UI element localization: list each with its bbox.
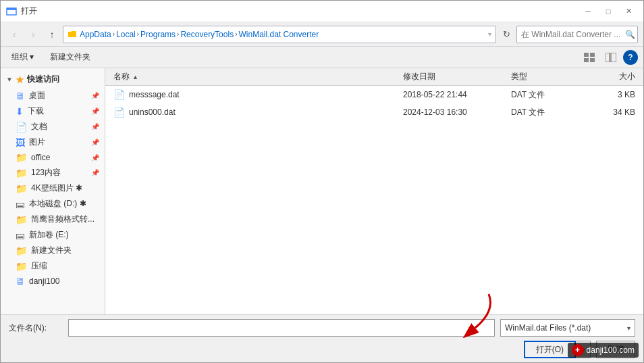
new-folder-button[interactable]: 新建文件夹 [45, 49, 96, 66]
sidebar-item-converter[interactable]: 📁 简鹰音频格式转... [1, 212, 105, 227]
minimize-button[interactable]: ─ [579, 5, 597, 18]
localdisk-icon: 🖴 [16, 199, 25, 210]
search-input[interactable] [521, 30, 622, 39]
breadcrumb-recoverytools[interactable]: RecoveryTools [180, 30, 234, 39]
sidebar-item-desktop[interactable]: 🖥 桌面 📌 [1, 88, 105, 103]
wallpapers-icon: 📁 [16, 183, 27, 194]
pin-icon-pictures: 📌 [91, 139, 99, 146]
svg-rect-3 [590, 53, 595, 57]
sidebar-item-pictures[interactable]: 🖼 图片 📌 [1, 135, 105, 150]
sidebar-item-localdisk[interactable]: 🖴 本地磁盘 (D:) ✱ [1, 196, 105, 212]
filetype-label: WinMail.dat Files (*.dat) [505, 323, 591, 333]
filetype-dropdown[interactable]: WinMail.dat Files (*.dat) ▾ [500, 319, 635, 337]
filetype-dropdown-arrow: ▾ [627, 324, 630, 332]
refresh-button[interactable]: ↻ [499, 27, 514, 42]
file-cell-name-2: 📄 unins000.dat [108, 107, 398, 118]
pin-icon-office: 📌 [91, 154, 99, 162]
action-toolbar: 组织 ▾ 新建文件夹 ? [1, 47, 643, 68]
newfolder-icon: 📁 [16, 245, 27, 256]
file-icon-1: 📄 [113, 89, 125, 100]
search-bar[interactable]: 🔍 [516, 26, 638, 43]
close-button[interactable]: ✕ [619, 5, 638, 18]
sidebar-item-zip[interactable]: 📁 压缩 [1, 258, 105, 274]
file-cell-type-2: DAT 文件 [506, 107, 587, 118]
organize-button[interactable]: 组织 ▾ [6, 49, 39, 66]
sidebar-label-newvol: 新加卷 (E:) [29, 229, 99, 241]
maximize-button[interactable]: □ [599, 5, 618, 18]
office-folder-icon: 📁 [16, 152, 27, 163]
nav-toolbar: ‹ › ↑ AppData › Local › Programs › Recov… [1, 22, 643, 47]
breadcrumb-programs[interactable]: Programs [140, 30, 176, 39]
sidebar-item-documents[interactable]: 📄 文档 📌 [1, 119, 105, 135]
file-list-body: 📄 messsage.dat 2018-05-22 21:44 DAT 文件 3… [105, 86, 643, 314]
help-button[interactable]: ? [623, 50, 638, 65]
danji100-icon: 🖥 [16, 276, 25, 287]
col-header-name[interactable]: 名称 ▲ [108, 68, 398, 85]
col-header-type[interactable]: 类型 [506, 68, 587, 85]
main-content: ▼ ★ 快速访问 🖥 桌面 📌 ⬇ 下载 📌 📄 文档 📌 [1, 68, 643, 314]
title-controls: ─ □ ✕ [579, 5, 638, 18]
sidebar-label-danji100: danji100 [29, 276, 99, 286]
file-area: 名称 ▲ 修改日期 类型 大小 📄 mes [105, 68, 643, 314]
back-button[interactable]: ‹ [6, 26, 22, 43]
sidebar-label-localdisk: 本地磁盘 (D:) ✱ [29, 198, 99, 210]
dialog-window: 打开 ─ □ ✕ ‹ › ↑ AppData › Local › Program… [0, 0, 644, 363]
svg-rect-6 [606, 53, 610, 62]
breadcrumb-winmail[interactable]: WinMail.dat Converter [238, 30, 319, 39]
col-size-label: 大小 [619, 71, 635, 82]
quick-access-label: 快速访问 [27, 74, 59, 85]
sidebar-label-123content: 123内容 [31, 167, 87, 178]
address-bar[interactable]: AppData › Local › Programs › RecoveryToo… [63, 26, 496, 43]
filename-input[interactable] [68, 319, 495, 337]
col-name-label: 名称 [113, 71, 130, 82]
converter-icon: 📁 [16, 214, 27, 225]
file-cell-date-1: 2018-05-22 21:44 [398, 90, 506, 99]
sidebar-item-newvol[interactable]: 🖴 新加卷 (E:) [1, 227, 105, 243]
documents-icon: 📄 [16, 122, 27, 132]
file-cell-name-1: 📄 messsage.dat [108, 89, 398, 100]
file-icon-2: 📄 [113, 107, 125, 118]
desktop-icon: 🖥 [16, 91, 25, 101]
view-list-icon [584, 53, 595, 62]
pin-icon-downloads: 📌 [91, 107, 99, 115]
title-bar: 打开 ─ □ ✕ [1, 1, 643, 22]
col-date-label: 修改日期 [403, 71, 435, 82]
search-icon[interactable]: 🔍 [625, 30, 635, 39]
file-cell-type-1: DAT 文件 [506, 89, 587, 101]
address-dropdown-arrow[interactable]: ▾ [488, 30, 491, 38]
file-cell-size-1: 3 KB [587, 90, 641, 99]
up-button[interactable]: ↑ [44, 26, 60, 43]
pin-icon-documents: 📌 [91, 123, 99, 130]
table-row[interactable]: 📄 messsage.dat 2018-05-22 21:44 DAT 文件 3… [105, 86, 643, 103]
watermark-icon: + [572, 344, 584, 356]
sidebar-item-newfolder[interactable]: 📁 新建文件夹 [1, 243, 105, 258]
pictures-icon: 🖼 [16, 137, 25, 148]
svg-rect-5 [590, 58, 595, 62]
zip-icon: 📁 [16, 261, 27, 272]
sidebar-item-123content[interactable]: 📁 123内容 📌 [1, 165, 105, 180]
col-header-size[interactable]: 大小 [587, 68, 641, 85]
sidebar-item-downloads[interactable]: ⬇ 下载 📌 [1, 103, 105, 119]
view-controls: ? [580, 49, 638, 66]
view-toggle-button[interactable] [580, 49, 599, 66]
watermark: + danji100.com [568, 343, 639, 358]
table-row[interactable]: 📄 unins000.dat 2024-12-03 16:30 DAT 文件 3… [105, 103, 643, 121]
forward-button[interactable]: › [25, 26, 41, 43]
123content-icon: 📁 [16, 168, 27, 178]
file-cell-date-2: 2024-12-03 16:30 [398, 107, 506, 117]
pin-icon-desktop: 📌 [91, 92, 99, 99]
breadcrumb-appdata[interactable]: AppData [80, 30, 111, 39]
col-type-label: 类型 [511, 71, 527, 82]
sidebar-item-office[interactable]: 📁 office 📌 [1, 150, 105, 165]
breadcrumb-local[interactable]: Local [116, 30, 136, 39]
file-cell-size-2: 34 KB [587, 107, 641, 117]
sidebar-item-wallpapers[interactable]: 📁 4K壁纸图片 ✱ [1, 180, 105, 196]
col-header-date[interactable]: 修改日期 [398, 68, 506, 85]
window-title: 打开 [21, 5, 37, 17]
filename-row: 文件名(N): WinMail.dat Files (*.dat) ▾ [9, 319, 635, 337]
quick-access-header[interactable]: ▼ ★ 快速访问 [1, 71, 105, 88]
sidebar-item-danji100[interactable]: 🖥 danji100 [1, 274, 105, 289]
pane-button[interactable] [601, 49, 620, 66]
sort-arrow-name: ▲ [132, 74, 138, 80]
sidebar-label-documents: 文档 [31, 121, 87, 132]
